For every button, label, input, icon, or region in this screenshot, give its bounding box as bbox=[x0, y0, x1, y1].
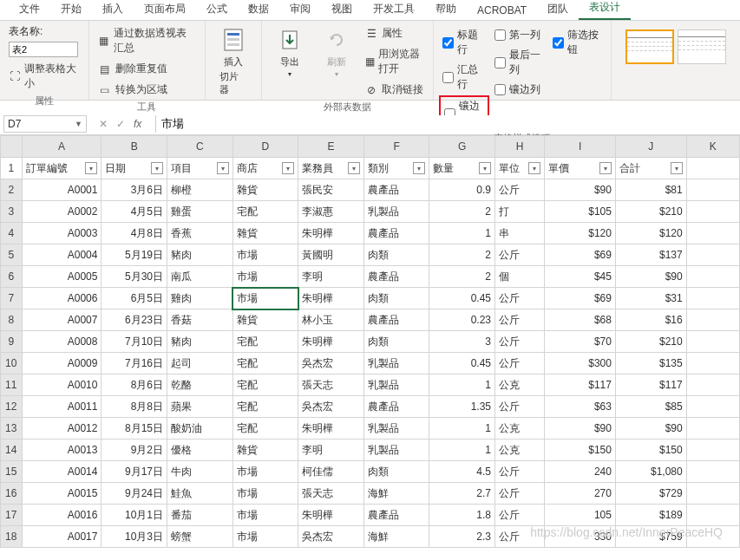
cell[interactable]: 7月16日 bbox=[102, 353, 167, 374]
table-header-cell[interactable]: 單位▾ bbox=[495, 158, 545, 179]
row-header[interactable]: 9 bbox=[1, 331, 23, 353]
cell[interactable]: 黃國明 bbox=[298, 244, 364, 266]
cell[interactable] bbox=[686, 396, 739, 418]
cell[interactable]: 宅配 bbox=[232, 201, 298, 223]
cell[interactable]: 市場 bbox=[232, 505, 298, 526]
table-name-input[interactable] bbox=[9, 42, 78, 57]
cell[interactable]: 李明 bbox=[298, 440, 364, 461]
cell[interactable]: A0008 bbox=[22, 331, 102, 353]
cell[interactable]: $1,080 bbox=[615, 461, 686, 483]
cell[interactable]: 豬肉 bbox=[167, 244, 233, 266]
cell[interactable]: 8月6日 bbox=[102, 374, 167, 396]
cell[interactable]: A0013 bbox=[22, 440, 102, 461]
filter-btn-check[interactable]: 筛选按钮 bbox=[553, 28, 602, 57]
cell[interactable]: 2 bbox=[429, 266, 495, 288]
cell[interactable]: 市場 bbox=[232, 483, 298, 505]
cell[interactable]: 105 bbox=[545, 505, 616, 526]
cell[interactable]: 公斤 bbox=[495, 179, 545, 201]
cell[interactable]: 乳製品 bbox=[363, 353, 429, 374]
cell[interactable]: $135 bbox=[615, 353, 686, 374]
cell[interactable]: $90 bbox=[615, 418, 686, 440]
table-header-cell[interactable]: 日期▾ bbox=[102, 158, 167, 179]
ribbon-tab-2[interactable]: 插入 bbox=[92, 0, 134, 20]
filter-dropdown-icon[interactable]: ▾ bbox=[671, 162, 683, 174]
cell[interactable]: 肉類 bbox=[363, 331, 429, 353]
formula-input[interactable] bbox=[155, 115, 740, 133]
cell[interactable]: 0.45 bbox=[429, 353, 495, 374]
cell[interactable]: 朱明樺 bbox=[298, 223, 364, 244]
cell[interactable]: $137 bbox=[615, 244, 686, 266]
cell[interactable]: 公克 bbox=[495, 374, 545, 396]
filter-dropdown-icon[interactable]: ▾ bbox=[348, 162, 360, 174]
cell[interactable] bbox=[686, 288, 739, 309]
cell[interactable]: 8月15日 bbox=[102, 418, 167, 440]
cell[interactable]: 起司 bbox=[167, 353, 233, 374]
cell[interactable]: 240 bbox=[545, 461, 616, 483]
cell[interactable]: 海鮮 bbox=[363, 483, 429, 505]
cell[interactable]: 吳杰宏 bbox=[298, 353, 364, 374]
row-header[interactable]: 15 bbox=[1, 461, 23, 483]
cell[interactable]: 宅配 bbox=[232, 418, 298, 440]
cell[interactable] bbox=[686, 244, 739, 266]
cell[interactable]: 2 bbox=[429, 201, 495, 223]
col-header-H[interactable]: H bbox=[495, 136, 545, 158]
cell[interactable]: 宅配 bbox=[232, 396, 298, 418]
filter-dropdown-icon[interactable]: ▾ bbox=[528, 162, 540, 174]
filter-dropdown-icon[interactable]: ▾ bbox=[217, 162, 229, 174]
row-header[interactable]: 11 bbox=[1, 374, 23, 396]
cell[interactable]: A0001 bbox=[22, 179, 102, 201]
cell[interactable]: 乳製品 bbox=[363, 440, 429, 461]
cell[interactable]: A0004 bbox=[22, 244, 102, 266]
cell[interactable]: A0009 bbox=[22, 353, 102, 374]
cell[interactable]: $16 bbox=[615, 309, 686, 331]
cell[interactable]: A0011 bbox=[22, 396, 102, 418]
row-header[interactable]: 3 bbox=[1, 201, 23, 223]
cell[interactable]: 市場 bbox=[232, 288, 298, 309]
cell[interactable]: 市場 bbox=[232, 461, 298, 483]
cell[interactable]: 4月8日 bbox=[102, 223, 167, 244]
cell[interactable]: 公斤 bbox=[495, 505, 545, 526]
dedup-button[interactable]: ▤删除重复值 bbox=[98, 60, 197, 78]
select-all-corner[interactable] bbox=[1, 136, 23, 158]
cell[interactable]: 8月8日 bbox=[102, 396, 167, 418]
cell[interactable]: $90 bbox=[545, 179, 616, 201]
cell[interactable]: 螃蟹 bbox=[167, 526, 233, 548]
cell[interactable]: 吳杰宏 bbox=[298, 526, 364, 548]
cell[interactable]: 9月2日 bbox=[102, 440, 167, 461]
cell[interactable]: 1.8 bbox=[429, 505, 495, 526]
cell[interactable]: 柯佳儒 bbox=[298, 461, 364, 483]
cell[interactable]: 7月10日 bbox=[102, 331, 167, 353]
cell[interactable]: 10月1日 bbox=[102, 505, 167, 526]
cell[interactable]: 0.45 bbox=[429, 288, 495, 309]
cell[interactable]: 4月5日 bbox=[102, 201, 167, 223]
cell[interactable]: $120 bbox=[545, 223, 616, 244]
table-header-cell[interactable]: 合計▾ bbox=[615, 158, 686, 179]
col-header-D[interactable]: D bbox=[232, 136, 298, 158]
cell[interactable]: 農產品 bbox=[363, 266, 429, 288]
cell[interactable]: 1 bbox=[429, 440, 495, 461]
cell[interactable]: $189 bbox=[615, 505, 686, 526]
cell[interactable]: 乳製品 bbox=[363, 374, 429, 396]
cell[interactable]: 李明 bbox=[298, 266, 364, 288]
cell[interactable]: 雜貨 bbox=[232, 223, 298, 244]
ribbon-tab-4[interactable]: 公式 bbox=[196, 0, 238, 20]
refresh-button[interactable]: 刷新 ▾ bbox=[318, 24, 356, 80]
cell[interactable]: 1.35 bbox=[429, 396, 495, 418]
cell[interactable]: 6月23日 bbox=[102, 309, 167, 331]
insert-slicer-button[interactable]: 插入 切片器 bbox=[214, 24, 252, 98]
cell[interactable] bbox=[686, 223, 739, 244]
cell[interactable]: 番茄 bbox=[167, 505, 233, 526]
table-header-cell[interactable]: 業務員▾ bbox=[298, 158, 364, 179]
cell[interactable]: 乳製品 bbox=[363, 418, 429, 440]
row-header[interactable]: 5 bbox=[1, 244, 23, 266]
cell[interactable]: A0005 bbox=[22, 266, 102, 288]
cell[interactable]: 0.9 bbox=[429, 179, 495, 201]
cell[interactable]: 270 bbox=[545, 483, 616, 505]
name-box[interactable]: D7 ▼ bbox=[3, 115, 87, 133]
cell[interactable]: A0003 bbox=[22, 223, 102, 244]
cell[interactable] bbox=[686, 201, 739, 223]
cell[interactable]: 9月24日 bbox=[102, 483, 167, 505]
cell[interactable]: $90 bbox=[615, 266, 686, 288]
cell[interactable] bbox=[686, 309, 739, 331]
cell[interactable]: 張民安 bbox=[298, 179, 364, 201]
